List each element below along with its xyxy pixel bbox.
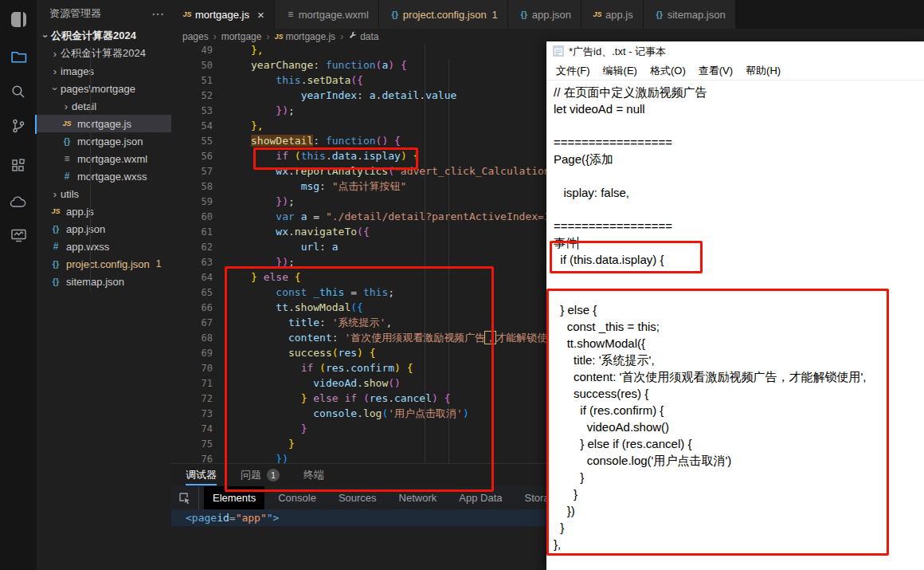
sidebar-item-mortgage-json[interactable]: {}mortgage.json xyxy=(37,132,171,150)
tab-sitemap-json[interactable]: {}sitemap.json xyxy=(644,0,736,29)
cloud-icon[interactable] xyxy=(9,193,28,212)
sidebar-item-utils[interactable]: ›utils xyxy=(37,185,171,202)
devtools-tab-elements[interactable]: Elements xyxy=(204,486,264,509)
text-caret xyxy=(578,237,578,250)
json-file-icon: {} xyxy=(653,10,666,19)
sidebar-item-images[interactable]: ›images xyxy=(37,62,171,80)
notepad-menu-e[interactable]: 编辑(E) xyxy=(597,64,644,78)
js-file-icon: JS xyxy=(591,10,604,18)
code-line-74[interactable]: 74 } xyxy=(171,421,570,436)
inspect-element-icon[interactable] xyxy=(171,486,199,509)
tab-app-js[interactable]: JSapp.js xyxy=(581,0,644,29)
sidebar-item--2024[interactable]: ›公积金计算器2024 xyxy=(37,45,171,62)
notepad-titlebar[interactable]: *广告id、.txt - 记事本 xyxy=(546,41,924,62)
line-number: 57 xyxy=(171,166,213,177)
line-number: 64 xyxy=(171,272,213,283)
extensions-icon[interactable] xyxy=(9,156,28,175)
code-line-55[interactable]: 55showDetail: function() { xyxy=(171,133,570,148)
code-line-53[interactable]: 53 }); xyxy=(171,103,570,118)
notepad-menu-h[interactable]: 帮助(H) xyxy=(739,64,787,78)
sidebar-item-detail[interactable]: ›detail xyxy=(37,97,171,115)
notepad-line: let videoAd = null xyxy=(554,100,924,117)
code-line-59[interactable]: 59 }); xyxy=(171,194,570,209)
code-line-50[interactable]: 50yearChange: function(a) { xyxy=(171,57,570,73)
explorer-sidebar: 资源管理器 ··· › 公积金计算器2024 ›公积金计算器2024›image… xyxy=(37,0,171,570)
code-line-51[interactable]: 51 this.setData({ xyxy=(171,73,570,88)
code-text: console.log('用户点击取消') xyxy=(251,407,469,421)
code-line-62[interactable]: 62 url: a xyxy=(171,239,570,254)
sidebar-item-mortgage-wxss[interactable]: #mortgage.wxss xyxy=(37,167,171,185)
chevron-right-icon: › xyxy=(49,188,61,200)
code-line-54[interactable]: 54}, xyxy=(171,118,570,133)
sidebar-item-mortgage-js[interactable]: JSmortgage.js xyxy=(37,115,171,132)
code-line-72[interactable]: 72 } else if (res.cancel) { xyxy=(171,391,570,406)
sidebar-item-mortgage-wxml[interactable]: ≡mortgage.wxml xyxy=(37,150,171,167)
notepad-menu-o[interactable]: 格式(O) xyxy=(644,64,692,78)
code-line-75[interactable]: 75 } xyxy=(171,436,570,451)
devtools-tab-app-data[interactable]: App Data xyxy=(450,486,511,509)
code-text: if (this.data.isplay) { xyxy=(251,150,419,162)
code-line-57[interactable]: 57 wx.reportAnalytics("advert_click_Calc… xyxy=(171,163,570,179)
code-text: content: '首次使用须观看激励视频广告，才能解锁使用', xyxy=(251,331,570,345)
code-line-60[interactable]: 60 var a = "./detail/detail?parentActive… xyxy=(171,209,570,224)
breadcrumb-item-data[interactable]: data xyxy=(348,31,378,43)
panel-tab-调试器[interactable]: 调试器 xyxy=(186,464,217,486)
wxml-file-icon: ≡ xyxy=(61,153,73,164)
devtools-tab-sources[interactable]: Sources xyxy=(330,486,386,509)
sidebar-item-app-wxss[interactable]: #app.wxss xyxy=(37,238,171,255)
more-actions-icon[interactable]: ··· xyxy=(152,8,165,20)
performance-icon[interactable] xyxy=(9,226,28,245)
search-icon[interactable] xyxy=(9,82,28,101)
tab-label: mortgage.wxml xyxy=(299,9,369,21)
tab-app-json[interactable]: {}app.json xyxy=(508,0,581,29)
notepad-text-area[interactable]: // 在页面中定义激励视频广告let videoAd = null=======… xyxy=(546,81,924,570)
chevron-right-icon: › xyxy=(61,100,72,112)
close-icon[interactable]: × xyxy=(257,9,264,21)
explorer-folder-icon[interactable] xyxy=(9,47,28,66)
sidebar-item-app-json[interactable]: {}app.json xyxy=(37,220,171,238)
code-line-73[interactable]: 73 console.log('用户点击取消') xyxy=(171,406,570,421)
tab-label: mortgage.js xyxy=(195,9,249,21)
code-line-68[interactable]: 68 content: '首次使用须观看激励视频广告，才能解锁使用', xyxy=(171,330,570,345)
notepad-menu-v[interactable]: 查看(V) xyxy=(692,64,739,78)
breadcrumb-item-mortgage[interactable]: mortgage xyxy=(221,31,262,42)
code-line-52[interactable]: 52 yearIndex: a.detail.value xyxy=(171,88,570,103)
code-line-49[interactable]: 49}, xyxy=(171,45,570,57)
code-line-63[interactable]: 63 }); xyxy=(171,254,570,269)
code-line-69[interactable]: 69 success(res) { xyxy=(171,345,570,360)
devtools-tab-network[interactable]: Network xyxy=(390,486,446,509)
source-control-icon[interactable] xyxy=(9,116,28,136)
notepad-line: content: '首次使用须观看激励视频广告，才能解锁使用', xyxy=(554,368,924,385)
code-line-64[interactable]: 64} else { xyxy=(171,269,570,285)
notepad-line: const _this = this; xyxy=(554,318,924,335)
app-logo-icon[interactable] xyxy=(9,10,28,29)
js-file-icon: JS xyxy=(181,10,194,18)
code-line-71[interactable]: 71 videoAd.show() xyxy=(171,375,570,391)
sidebar-item-project-config-json[interactable]: {}project.config.json1 xyxy=(37,255,171,273)
code-line-70[interactable]: 70 if (res.confirm) { xyxy=(171,360,570,375)
sidebar-item-sitemap-json[interactable]: {}sitemap.json xyxy=(37,273,171,290)
sidebar-item-app-js[interactable]: JSapp.js xyxy=(37,202,171,220)
tab-mortgage-wxml[interactable]: ≡mortgage.wxml xyxy=(275,0,379,29)
code-line-56[interactable]: 56 if (this.data.isplay) { xyxy=(171,148,570,163)
code-line-61[interactable]: 61 wx.navigateTo({ xyxy=(171,224,570,239)
code-line-58[interactable]: 58 msg: "点击计算按钮" xyxy=(171,179,570,194)
notepad-line: // 在页面中定义激励视频广告 xyxy=(554,84,924,100)
code-line-67[interactable]: 67 title: '系统提示', xyxy=(171,315,570,330)
tab-problem-badge: 1 xyxy=(492,9,498,21)
devtools-tab-console[interactable]: Console xyxy=(269,486,325,509)
tree-root-folder[interactable]: › 公积金计算器2024 xyxy=(37,27,171,45)
sidebar-item-pages-mortgage[interactable]: ›pages\mortgage xyxy=(37,80,171,97)
notepad-line: isplay: false, xyxy=(554,184,924,201)
code-line-65[interactable]: 65 const _this = this; xyxy=(171,285,570,300)
code-text: videoAd.show() xyxy=(251,377,401,389)
code-line-66[interactable]: 66 tt.showModal({ xyxy=(171,300,570,315)
breadcrumb-item-mortgage-js[interactable]: JSmortgage.js xyxy=(274,31,335,42)
tab-mortgage-js[interactable]: JSmortgage.js× xyxy=(171,0,275,29)
panel-tab-终端[interactable]: 终端 xyxy=(303,464,324,486)
code-text: yearIndex: a.detail.value xyxy=(251,89,456,101)
breadcrumb-item-pages[interactable]: pages xyxy=(182,31,209,42)
panel-tab-问题[interactable]: 问题1 xyxy=(241,464,280,486)
notepad-menu-f[interactable]: 文件(F) xyxy=(550,64,597,78)
tab-project-config-json[interactable]: {}project.config.json1 xyxy=(379,0,508,29)
